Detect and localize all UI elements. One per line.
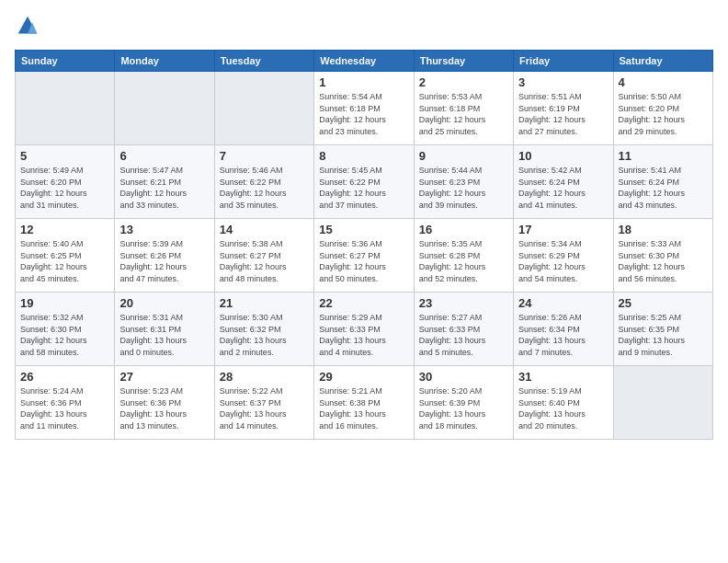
calendar-cell: 19Sunrise: 5:32 AM Sunset: 6:30 PM Dayli…: [16, 293, 115, 366]
day-info: Sunrise: 5:39 AM Sunset: 6:26 PM Dayligh…: [119, 238, 209, 284]
calendar-cell: 2Sunrise: 5:53 AM Sunset: 6:18 PM Daylig…: [414, 72, 513, 145]
calendar-cell: 18Sunrise: 5:33 AM Sunset: 6:30 PM Dayli…: [613, 219, 712, 293]
day-number: 1: [319, 75, 408, 89]
calendar-cell: 17Sunrise: 5:34 AM Sunset: 6:29 PM Dayli…: [514, 219, 613, 293]
calendar-cell: 6Sunrise: 5:47 AM Sunset: 6:21 PM Daylig…: [115, 145, 214, 219]
day-info: Sunrise: 5:23 AM Sunset: 6:36 PM Dayligh…: [119, 385, 209, 431]
calendar-cell: 30Sunrise: 5:20 AM Sunset: 6:39 PM Dayli…: [414, 366, 513, 440]
calendar-week-row: 1Sunrise: 5:54 AM Sunset: 6:18 PM Daylig…: [16, 72, 713, 145]
day-number: 5: [20, 149, 109, 163]
logo-icon: [17, 15, 39, 37]
day-number: 17: [518, 223, 608, 236]
day-number: 25: [619, 296, 708, 310]
calendar-cell: 10Sunrise: 5:42 AM Sunset: 6:24 PM Dayli…: [514, 145, 613, 219]
day-number: 30: [419, 370, 508, 384]
day-info: Sunrise: 5:41 AM Sunset: 6:24 PM Dayligh…: [619, 165, 708, 211]
calendar-cell: 16Sunrise: 5:35 AM Sunset: 6:28 PM Dayli…: [414, 219, 513, 293]
day-number: 29: [319, 370, 408, 384]
calendar-cell: [214, 72, 313, 145]
day-number: 8: [319, 149, 408, 163]
calendar-cell: 15Sunrise: 5:36 AM Sunset: 6:27 PM Dayli…: [314, 219, 414, 293]
day-info: Sunrise: 5:50 AM Sunset: 6:20 PM Dayligh…: [619, 91, 708, 137]
day-info: Sunrise: 5:51 AM Sunset: 6:19 PM Dayligh…: [518, 91, 608, 137]
weekday-header-tuesday: Tuesday: [214, 51, 313, 72]
day-info: Sunrise: 5:53 AM Sunset: 6:18 PM Dayligh…: [419, 91, 508, 137]
calendar-cell: 11Sunrise: 5:41 AM Sunset: 6:24 PM Dayli…: [613, 145, 712, 219]
weekday-header-sunday: Sunday: [16, 51, 115, 72]
day-info: Sunrise: 5:36 AM Sunset: 6:27 PM Dayligh…: [319, 238, 408, 284]
day-number: 6: [119, 149, 209, 163]
calendar-week-row: 19Sunrise: 5:32 AM Sunset: 6:30 PM Dayli…: [16, 293, 713, 366]
day-number: 2: [419, 75, 508, 89]
day-number: 21: [220, 296, 309, 310]
day-info: Sunrise: 5:25 AM Sunset: 6:35 PM Dayligh…: [619, 312, 708, 358]
calendar-cell: 31Sunrise: 5:19 AM Sunset: 6:40 PM Dayli…: [514, 366, 613, 440]
calendar-cell: 8Sunrise: 5:45 AM Sunset: 6:22 PM Daylig…: [314, 145, 414, 219]
calendar-cell: 28Sunrise: 5:22 AM Sunset: 6:37 PM Dayli…: [214, 366, 313, 440]
weekday-header-monday: Monday: [115, 51, 214, 72]
day-number: 31: [518, 370, 608, 384]
day-info: Sunrise: 5:27 AM Sunset: 6:33 PM Dayligh…: [419, 312, 508, 358]
day-number: 16: [419, 223, 508, 236]
calendar-cell: 1Sunrise: 5:54 AM Sunset: 6:18 PM Daylig…: [314, 72, 414, 145]
weekday-header-friday: Friday: [514, 51, 613, 72]
day-info: Sunrise: 5:40 AM Sunset: 6:25 PM Dayligh…: [20, 238, 109, 284]
calendar-cell: 24Sunrise: 5:26 AM Sunset: 6:34 PM Dayli…: [514, 293, 613, 366]
day-info: Sunrise: 5:19 AM Sunset: 6:40 PM Dayligh…: [518, 385, 608, 431]
day-info: Sunrise: 5:47 AM Sunset: 6:21 PM Dayligh…: [119, 165, 209, 211]
calendar-cell: 12Sunrise: 5:40 AM Sunset: 6:25 PM Dayli…: [16, 219, 115, 293]
day-number: 26: [20, 370, 109, 384]
calendar-cell: 27Sunrise: 5:23 AM Sunset: 6:36 PM Dayli…: [115, 366, 214, 440]
calendar-cell: 22Sunrise: 5:29 AM Sunset: 6:33 PM Dayli…: [314, 293, 414, 366]
weekday-header-saturday: Saturday: [613, 51, 712, 72]
calendar-cell: 4Sunrise: 5:50 AM Sunset: 6:20 PM Daylig…: [613, 72, 712, 145]
day-number: 14: [220, 223, 309, 236]
day-info: Sunrise: 5:49 AM Sunset: 6:20 PM Dayligh…: [20, 165, 109, 211]
day-number: 23: [419, 296, 508, 310]
weekday-header-wednesday: Wednesday: [314, 51, 414, 72]
calendar-cell: 23Sunrise: 5:27 AM Sunset: 6:33 PM Dayli…: [414, 293, 513, 366]
day-info: Sunrise: 5:32 AM Sunset: 6:30 PM Dayligh…: [20, 312, 109, 358]
day-number: 12: [20, 223, 109, 236]
day-number: 4: [619, 75, 708, 89]
day-info: Sunrise: 5:44 AM Sunset: 6:23 PM Dayligh…: [419, 165, 508, 211]
logo: [15, 15, 42, 40]
page-header: [15, 15, 713, 40]
calendar-cell: 7Sunrise: 5:46 AM Sunset: 6:22 PM Daylig…: [214, 145, 313, 219]
calendar-cell: 20Sunrise: 5:31 AM Sunset: 6:31 PM Dayli…: [115, 293, 214, 366]
day-number: 24: [518, 296, 608, 310]
day-info: Sunrise: 5:46 AM Sunset: 6:22 PM Dayligh…: [220, 165, 309, 211]
calendar-cell: 3Sunrise: 5:51 AM Sunset: 6:19 PM Daylig…: [514, 72, 613, 145]
day-number: 11: [619, 149, 708, 163]
day-info: Sunrise: 5:34 AM Sunset: 6:29 PM Dayligh…: [518, 238, 608, 284]
calendar-cell: 13Sunrise: 5:39 AM Sunset: 6:26 PM Dayli…: [115, 219, 214, 293]
day-info: Sunrise: 5:24 AM Sunset: 6:36 PM Dayligh…: [20, 385, 109, 431]
calendar-week-row: 5Sunrise: 5:49 AM Sunset: 6:20 PM Daylig…: [16, 145, 713, 219]
day-info: Sunrise: 5:42 AM Sunset: 6:24 PM Dayligh…: [518, 165, 608, 211]
day-number: 10: [518, 149, 608, 163]
calendar-cell: [115, 72, 214, 145]
day-number: 3: [518, 75, 608, 89]
day-number: 19: [20, 296, 109, 310]
day-number: 27: [119, 370, 209, 384]
day-info: Sunrise: 5:21 AM Sunset: 6:38 PM Dayligh…: [319, 385, 408, 431]
day-number: 15: [319, 223, 408, 236]
day-info: Sunrise: 5:26 AM Sunset: 6:34 PM Dayligh…: [518, 312, 608, 358]
day-number: 20: [119, 296, 209, 310]
day-info: Sunrise: 5:31 AM Sunset: 6:31 PM Dayligh…: [119, 312, 209, 358]
day-info: Sunrise: 5:35 AM Sunset: 6:28 PM Dayligh…: [419, 238, 508, 284]
day-info: Sunrise: 5:30 AM Sunset: 6:32 PM Dayligh…: [220, 312, 309, 358]
day-number: 28: [220, 370, 309, 384]
weekday-header-row: SundayMondayTuesdayWednesdayThursdayFrid…: [16, 51, 713, 72]
calendar-cell: 21Sunrise: 5:30 AM Sunset: 6:32 PM Dayli…: [214, 293, 313, 366]
day-info: Sunrise: 5:45 AM Sunset: 6:22 PM Dayligh…: [319, 165, 408, 211]
calendar-cell: 29Sunrise: 5:21 AM Sunset: 6:38 PM Dayli…: [314, 366, 414, 440]
calendar-cell: 14Sunrise: 5:38 AM Sunset: 6:27 PM Dayli…: [214, 219, 313, 293]
calendar-cell: 9Sunrise: 5:44 AM Sunset: 6:23 PM Daylig…: [414, 145, 513, 219]
day-number: 9: [419, 149, 508, 163]
day-number: 13: [119, 223, 209, 236]
day-number: 22: [319, 296, 408, 310]
day-info: Sunrise: 5:33 AM Sunset: 6:30 PM Dayligh…: [619, 238, 708, 284]
day-info: Sunrise: 5:22 AM Sunset: 6:37 PM Dayligh…: [220, 385, 309, 431]
day-number: 7: [220, 149, 309, 163]
